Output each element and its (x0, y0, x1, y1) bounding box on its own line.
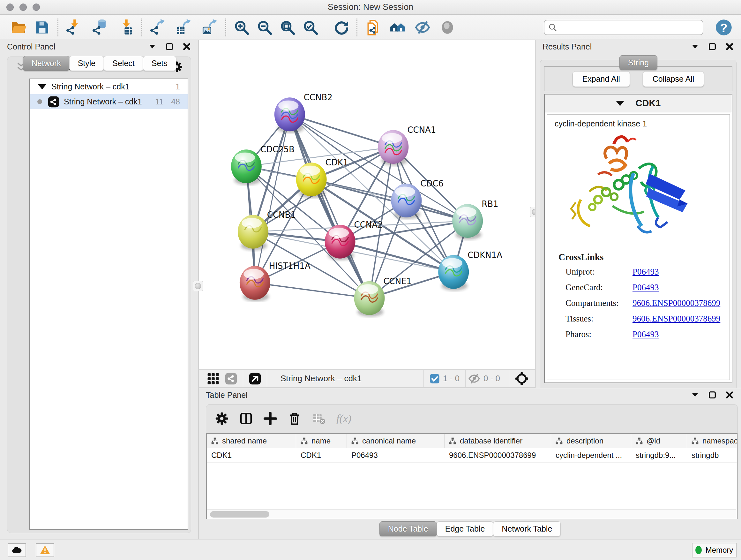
crosslink-label: GeneCard: (565, 283, 632, 293)
hide-selected-button[interactable] (414, 18, 431, 37)
network-edge[interactable] (255, 283, 369, 298)
tab-network[interactable]: Network (23, 56, 70, 71)
search-input[interactable] (544, 20, 703, 35)
table-cell[interactable]: CDK1 (207, 448, 296, 462)
export-table-button[interactable] (175, 18, 193, 37)
network-edge[interactable] (290, 114, 394, 147)
network-thumbnail-icon[interactable] (225, 373, 237, 385)
table-cell[interactable]: stringdb (687, 448, 738, 462)
crosslink-row: GeneCard:P06493 (558, 283, 720, 293)
column-header-shared-name[interactable]: shared name (207, 434, 296, 448)
import-table-button[interactable] (117, 18, 135, 37)
table-cell[interactable]: stringdb:9... (631, 448, 687, 462)
first-neighbors-button[interactable] (389, 18, 407, 37)
crosslink-link[interactable]: 9606.ENSP00000378699 (632, 298, 720, 308)
network-edge[interactable] (312, 179, 468, 221)
crosslink-link[interactable]: P06493 (632, 283, 659, 293)
table-horizontal-scrollbar[interactable] (207, 509, 736, 519)
show-columns-icon[interactable] (239, 412, 253, 425)
show-all-button[interactable] (439, 18, 456, 37)
crosslink-link[interactable]: 9606.ENSP00000378699 (632, 314, 720, 324)
collapse-all-button[interactable]: Collapse All (643, 71, 704, 87)
table-cell[interactable]: 9606.ENSP00000378699 (445, 448, 551, 462)
column-header-name[interactable]: name (296, 434, 347, 448)
help-button[interactable] (715, 18, 733, 37)
tab-edge-table[interactable]: Edge Table (436, 521, 494, 537)
table-cell[interactable]: cyclin-dependent ... (551, 448, 631, 462)
tab-string[interactable]: String (619, 55, 657, 70)
tab-sets[interactable]: Sets (143, 56, 176, 71)
window-title: Session: New Session (0, 2, 741, 12)
network-node-cdk1[interactable]: CDK1 (296, 158, 348, 198)
node-result-header[interactable]: CDK1 (545, 95, 732, 112)
panel-menu-icon[interactable] (690, 390, 699, 399)
crosslink-link[interactable]: P06493 (632, 329, 659, 339)
table-panel-title: Table Panel (206, 390, 248, 400)
grid-view-icon[interactable] (207, 373, 219, 385)
panel-close-icon[interactable] (725, 390, 734, 399)
network-graph[interactable]: CCNB2CCNA1CDC25BCDK1CDC6RB1CCNB1CCNA2CDK… (199, 40, 535, 369)
string-results-container: Expand All Collapse All CDK1 cyclin-depe… (540, 60, 737, 403)
zoom-out-button[interactable] (256, 18, 273, 37)
open-session-button[interactable] (10, 18, 27, 37)
zoom-in-button[interactable] (232, 18, 251, 37)
export-image-button[interactable] (201, 18, 219, 37)
hidden-eye-icon[interactable] (468, 373, 480, 385)
network-row[interactable]: String Network – cdk1 11 48 (30, 94, 188, 109)
panel-menu-icon[interactable] (690, 42, 699, 51)
column-header-database-identifier[interactable]: database identifier (445, 434, 551, 448)
scrollbar-thumb[interactable] (210, 511, 269, 517)
left-splitter-handle[interactable] (193, 281, 203, 291)
warnings-button[interactable] (36, 543, 54, 557)
panel-float-icon[interactable] (708, 390, 717, 399)
apply-layout-button[interactable] (332, 18, 350, 37)
tab-node-table[interactable]: Node Table (380, 521, 437, 537)
node-label: CCNA1 (407, 125, 436, 135)
collapse-entry-icon[interactable] (616, 101, 624, 106)
column-header-description[interactable]: description (551, 434, 631, 448)
column-header-@id[interactable]: @id (631, 434, 687, 448)
column-type-icon (448, 437, 457, 445)
panel-close-icon[interactable] (182, 42, 191, 51)
birdseye-icon[interactable] (515, 372, 529, 385)
new-network-from-selection-button[interactable] (364, 18, 382, 37)
tab-style[interactable]: Style (69, 56, 105, 71)
table-row[interactable]: CDK1CDK1P064939606.ENSP00000378699cyclin… (207, 448, 737, 462)
crosslink-link[interactable]: P06493 (632, 267, 659, 277)
table-cell[interactable]: CDK1 (296, 448, 347, 462)
selected-checkbox-icon[interactable] (429, 374, 440, 384)
zoom-selected-button[interactable] (301, 18, 320, 37)
tree-expander-icon[interactable] (38, 84, 46, 89)
column-header-canonical-name[interactable]: canonical name (347, 434, 445, 448)
expand-all-button[interactable]: Expand All (572, 71, 630, 87)
network-node-rb1[interactable]: RB1 (452, 199, 498, 240)
network-node-cdkn1a[interactable]: CDKN1A (438, 250, 502, 291)
table-cell[interactable]: P06493 (347, 448, 445, 462)
tab-select[interactable]: Select (104, 56, 143, 71)
network-node-hist1h1a[interactable]: HIST1H1A (240, 261, 311, 301)
network-node-ccna1[interactable]: CCNA1 (378, 125, 436, 165)
save-icon (34, 19, 50, 36)
panel-float-icon[interactable] (165, 42, 174, 51)
node-label: CDC25B (260, 145, 294, 154)
toolbar-separator (57, 18, 58, 37)
zoom-fit-button[interactable] (279, 18, 296, 37)
import-network-file-button[interactable] (65, 18, 83, 37)
export-network-button[interactable] (149, 18, 166, 37)
panel-float-icon[interactable] (708, 42, 717, 51)
add-column-icon[interactable] (264, 412, 277, 425)
panel-menu-icon[interactable] (148, 42, 157, 51)
column-header-namespace[interactable]: namespace (687, 434, 738, 448)
import-network-database-button[interactable] (91, 18, 109, 37)
table-options-gear-icon[interactable] (215, 412, 228, 425)
panel-close-icon[interactable] (725, 42, 734, 51)
detach-view-icon[interactable] (249, 373, 261, 385)
memory-button[interactable]: Memory (692, 543, 737, 557)
network-edge[interactable] (255, 114, 290, 283)
save-session-button[interactable] (33, 18, 51, 37)
tab-network-table[interactable]: Network Table (493, 521, 561, 537)
network-collection-row[interactable]: String Network – cdk1 1 (30, 79, 188, 94)
delete-column-icon[interactable] (288, 412, 301, 425)
network-canvas[interactable]: CCNB2CCNA1CDC25BCDK1CDC6RB1CCNB1CCNA2CDK… (199, 40, 535, 369)
cloud-status-button[interactable] (8, 543, 26, 557)
